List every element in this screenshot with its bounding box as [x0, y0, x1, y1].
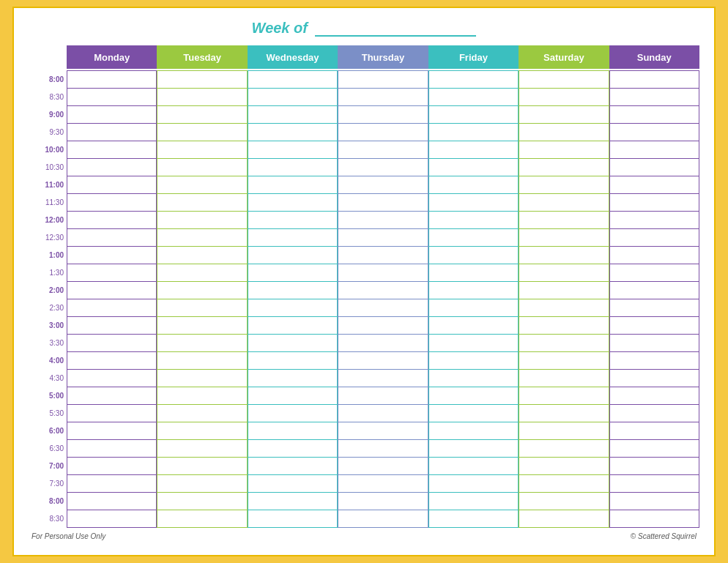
day-cell[interactable] [248, 141, 338, 159]
day-cell[interactable] [67, 212, 157, 229]
day-cell[interactable] [67, 352, 157, 370]
day-cell[interactable] [609, 159, 699, 176]
day-cell[interactable] [519, 71, 609, 89]
day-cell[interactable] [609, 124, 699, 141]
day-cell[interactable] [67, 264, 157, 282]
day-cell[interactable] [338, 71, 428, 89]
day-cell[interactable] [609, 282, 699, 299]
day-cell[interactable] [338, 106, 428, 124]
day-cell[interactable] [67, 370, 157, 387]
day-cell[interactable] [157, 440, 247, 458]
day-cell[interactable] [248, 264, 338, 282]
day-cell[interactable] [67, 458, 157, 475]
day-cell[interactable] [428, 387, 519, 405]
day-cell[interactable] [248, 124, 338, 141]
day-cell[interactable] [338, 264, 428, 282]
day-cell[interactable] [519, 194, 609, 212]
day-cell[interactable] [609, 247, 699, 264]
day-cell[interactable] [338, 89, 428, 106]
day-cell[interactable] [157, 229, 247, 247]
day-cell[interactable] [609, 229, 699, 247]
day-cell[interactable] [67, 335, 157, 352]
day-cell[interactable] [67, 141, 157, 159]
day-cell[interactable] [428, 352, 519, 370]
day-cell[interactable] [609, 141, 699, 159]
day-cell[interactable] [248, 475, 338, 493]
day-cell[interactable] [428, 422, 519, 440]
day-cell[interactable] [609, 335, 699, 352]
day-cell[interactable] [519, 212, 609, 229]
day-cell[interactable] [67, 194, 157, 212]
day-cell[interactable] [428, 247, 519, 264]
day-cell[interactable] [428, 299, 519, 317]
day-cell[interactable] [609, 317, 699, 335]
day-cell[interactable] [428, 89, 519, 106]
day-cell[interactable] [519, 229, 609, 247]
day-cell[interactable] [157, 422, 247, 440]
day-cell[interactable] [248, 176, 338, 194]
day-cell[interactable] [338, 387, 428, 405]
day-cell[interactable] [248, 440, 338, 458]
day-cell[interactable] [67, 159, 157, 176]
day-cell[interactable] [609, 194, 699, 212]
day-cell[interactable] [428, 159, 519, 176]
day-cell[interactable] [157, 124, 247, 141]
day-cell[interactable] [519, 475, 609, 493]
day-cell[interactable] [157, 212, 247, 229]
day-cell[interactable] [338, 422, 428, 440]
day-cell[interactable] [248, 229, 338, 247]
day-cell[interactable] [248, 335, 338, 352]
day-cell[interactable] [338, 176, 428, 194]
day-cell[interactable] [519, 247, 609, 264]
day-cell[interactable] [157, 405, 247, 422]
day-cell[interactable] [67, 405, 157, 422]
day-cell[interactable] [428, 317, 519, 335]
day-cell[interactable] [67, 317, 157, 335]
day-cell[interactable] [248, 405, 338, 422]
day-cell[interactable] [428, 440, 519, 458]
day-cell[interactable] [157, 176, 247, 194]
day-cell[interactable] [338, 405, 428, 422]
day-cell[interactable] [519, 405, 609, 422]
day-cell[interactable] [609, 89, 699, 106]
day-cell[interactable] [157, 387, 247, 405]
day-cell[interactable] [519, 493, 609, 510]
day-cell[interactable] [428, 71, 519, 89]
day-cell[interactable] [67, 493, 157, 510]
day-cell[interactable] [519, 510, 609, 528]
day-cell[interactable] [428, 176, 519, 194]
day-cell[interactable] [428, 405, 519, 422]
day-cell[interactable] [609, 264, 699, 282]
day-cell[interactable] [157, 299, 247, 317]
day-cell[interactable] [248, 106, 338, 124]
day-cell[interactable] [428, 370, 519, 387]
day-cell[interactable] [338, 229, 428, 247]
day-cell[interactable] [428, 106, 519, 124]
day-cell[interactable] [248, 387, 338, 405]
day-cell[interactable] [519, 299, 609, 317]
day-cell[interactable] [519, 124, 609, 141]
day-cell[interactable] [519, 89, 609, 106]
day-cell[interactable] [519, 159, 609, 176]
day-cell[interactable] [248, 493, 338, 510]
day-cell[interactable] [428, 510, 519, 528]
day-cell[interactable] [67, 247, 157, 264]
day-cell[interactable] [428, 194, 519, 212]
day-cell[interactable] [157, 510, 247, 528]
day-cell[interactable] [428, 493, 519, 510]
day-cell[interactable] [157, 352, 247, 370]
day-cell[interactable] [609, 422, 699, 440]
day-cell[interactable] [157, 89, 247, 106]
day-cell[interactable] [67, 89, 157, 106]
day-cell[interactable] [338, 475, 428, 493]
day-cell[interactable] [157, 493, 247, 510]
day-cell[interactable] [609, 458, 699, 475]
day-cell[interactable] [338, 194, 428, 212]
day-cell[interactable] [157, 159, 247, 176]
day-cell[interactable] [338, 370, 428, 387]
day-cell[interactable] [338, 212, 428, 229]
day-cell[interactable] [157, 71, 247, 89]
day-cell[interactable] [609, 352, 699, 370]
day-cell[interactable] [248, 89, 338, 106]
day-cell[interactable] [338, 141, 428, 159]
